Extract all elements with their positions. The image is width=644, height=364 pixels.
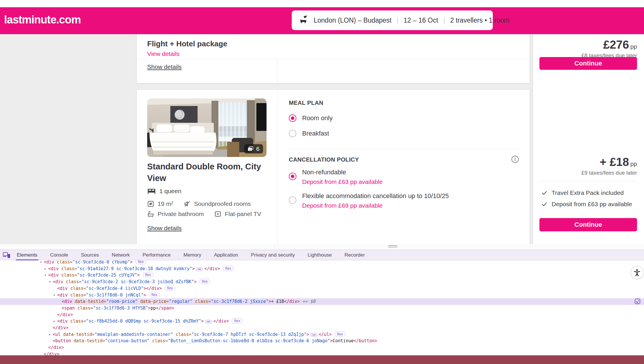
collapse-arrow-icon[interactable]: ▾ [39, 260, 43, 266]
devtools-tab-application[interactable]: Application [214, 250, 238, 260]
devtools-code-line[interactable]: <button data-testid="continue-button" cl… [0, 338, 644, 344]
search-summary-pill[interactable]: London (LON) – Budapest | 12 – 16 Oct | … [292, 10, 493, 30]
room-size-icon [147, 200, 154, 207]
devtools-code-line[interactable]: <span class="sc-3c1f78d6-3 HfYSB">pp</sp… [0, 305, 644, 312]
devtools-tab-recorder[interactable]: Recorder [344, 250, 365, 260]
deposit-note: Deposit from £69 pp available [302, 202, 449, 209]
devtools-code-line[interactable]: ▾<div class="sc-3c1f78d6-0 jnNCql">flex [0, 292, 644, 299]
devtools-code-line[interactable]: </div> [0, 312, 644, 318]
code-token-tag: </span> [156, 306, 174, 311]
devtools-tab-console[interactable]: Console [50, 250, 68, 260]
flex-badge[interactable]: flex [334, 331, 345, 337]
code-token-text: pp [151, 306, 156, 311]
devtools-code-line[interactable]: ▸<ul data-testid="mealplan-addedinfo-con… [0, 331, 644, 338]
package-card: Flight + Hotel package View details Show… [137, 34, 530, 83]
collapse-arrow-icon[interactable]: ▾ [43, 272, 48, 279]
expand-arrow-icon[interactable]: ▸ [52, 318, 56, 325]
devtools-code-line[interactable]: </div> [0, 351, 644, 355]
package-price: £276 pp [603, 38, 637, 51]
code-token-val: "continue-button" [105, 338, 150, 343]
show-details-link-package[interactable]: Show details [147, 63, 182, 70]
cancellation-option-nonrefundable[interactable]: Non-refundable Deposit from £63 pp avail… [289, 169, 383, 185]
code-token-tag: </div> [204, 266, 220, 271]
devtools-drag-handle[interactable] [388, 245, 397, 248]
accessibility-widget-button[interactable] [631, 266, 643, 279]
devtools-code-line[interactable]: </div> [0, 325, 644, 331]
devtools-tab-network[interactable]: Network [112, 250, 130, 260]
code-token-attr: class= [149, 338, 168, 343]
separator: | [397, 17, 399, 24]
benefit-row: Travel Extra Pack included [541, 189, 624, 196]
room-photo[interactable]: 6 [147, 98, 267, 157]
code-token-tag: > [307, 332, 309, 337]
flex-badge[interactable]: flex [165, 285, 176, 291]
radio-selected[interactable] [289, 173, 296, 180]
divider [278, 59, 278, 83]
flex-badge[interactable]: flex [149, 292, 160, 297]
extra-price-value: £18 [610, 156, 629, 168]
devtools-code-line[interactable]: ▸<div class="sc-91a41e27-9 sc-9cef3cde-1… [0, 266, 644, 272]
info-icon[interactable] [511, 156, 519, 164]
code-token-attr: data-testid= [71, 338, 105, 343]
code-token-val: "sc-9cef3cde-4 iicVLD" [86, 286, 144, 291]
separator: | [443, 17, 445, 24]
code-token-val: "sc-9cef3cde-7 hpDTzf sc-9cef3cde-13 dZq… [191, 332, 307, 337]
devtools-code-line[interactable]: <div class="sc-9cef3cde-4 iicVLD"></div>… [0, 285, 644, 292]
devtools-code-line[interactable]: ▾<div class="sc-9cef3cde-0 cYbvmp">flex [0, 260, 644, 266]
code-token-attr: class= [63, 279, 81, 284]
flex-badge[interactable]: flex [135, 260, 146, 264]
room-features-row: 19 m² Soundproofed rooms [147, 200, 251, 207]
accessibility-person-icon [633, 268, 641, 277]
devtools-tab-privacy-and-security[interactable]: Privacy and security [251, 250, 295, 260]
price-rail: £276 pp £8 taxes/fees due later Continue… [533, 34, 644, 244]
radio-unselected[interactable] [289, 196, 296, 204]
flex-badge[interactable]: flex [222, 266, 233, 271]
toggle-device-toolbar-icon[interactable] [0, 250, 13, 260]
meal-option-room-only[interactable]: Room only [289, 114, 333, 122]
flex-badge[interactable]: flex [231, 318, 242, 323]
code-token-tag: </div> [57, 312, 73, 317]
divider [137, 59, 530, 60]
room-extra-price: + £18 pp [600, 156, 637, 169]
radio-unselected[interactable] [289, 130, 296, 137]
search-route: London (LON) – Budapest [314, 17, 392, 24]
collapsed-content-ellipsis[interactable]: … [196, 267, 203, 271]
code-token-tag: > [137, 272, 140, 278]
devtools-tab-sources[interactable]: Sources [81, 250, 99, 260]
devtools-code-line[interactable]: <div data-testid="room-price" data-price… [0, 298, 644, 305]
cancellation-option-flexible[interactable]: Flexible accommodation cancellation up t… [289, 192, 449, 209]
devtools-tab-performance[interactable]: Performance [143, 250, 171, 260]
devtools-code-line[interactable]: ▾<div class="sc-9cef3cde-2 sc-9cef3cde-3… [0, 279, 644, 285]
lastminute-logo[interactable]: lastminute.com [4, 14, 81, 26]
tv-icon [214, 211, 221, 217]
show-details-link-room[interactable]: Show details [147, 225, 182, 232]
deposit-note: Deposit from £63 pp available [302, 178, 383, 185]
flex-badge[interactable]: flex [199, 279, 210, 284]
code-token-attr: class= [59, 272, 77, 278]
collapsed-content-ellipsis[interactable]: … [205, 319, 212, 324]
devtools-code-line[interactable]: ▸<div class="sc-f8b425dd-0 dQBSmp sc-9ce… [0, 318, 644, 325]
expand-arrow-icon[interactable]: ▸ [43, 266, 48, 272]
expand-arrow-icon[interactable]: ▸ [48, 331, 52, 338]
devtools-tab-elements[interactable]: Elements [17, 250, 37, 260]
collapse-arrow-icon[interactable]: ▾ [48, 279, 52, 285]
devtools-code-line[interactable]: </div> [0, 344, 644, 351]
continue-button-top[interactable]: Continue [539, 57, 637, 70]
devtools-code-line[interactable]: ▾<div class="sc-9cef3cde-25 cUYqJV">flex [0, 272, 644, 279]
meal-plan-heading: MEAL PLAN [289, 100, 323, 106]
devtools-tab-memory[interactable]: Memory [183, 250, 201, 260]
browser-top-strip [0, 0, 644, 7]
photos-icon [248, 146, 253, 151]
continue-button-room[interactable]: Continue [539, 218, 637, 231]
view-details-link[interactable]: View details [147, 50, 180, 57]
code-token-tag: <div [53, 279, 63, 284]
collapse-arrow-icon[interactable]: ▾ [52, 292, 56, 299]
meal-option-breakfast[interactable]: Breakfast [289, 130, 329, 137]
radio-selected[interactable] [289, 114, 296, 122]
code-token-attr: class= [68, 292, 86, 298]
feature-tv: Flat-panel TV [214, 211, 261, 217]
flex-badge[interactable]: flex [143, 272, 154, 277]
code-token-tag: > [192, 266, 195, 271]
collapsed-content-ellipsis[interactable]: … [310, 333, 318, 337]
devtools-tab-lighthouse[interactable]: Lighthouse [308, 250, 332, 260]
